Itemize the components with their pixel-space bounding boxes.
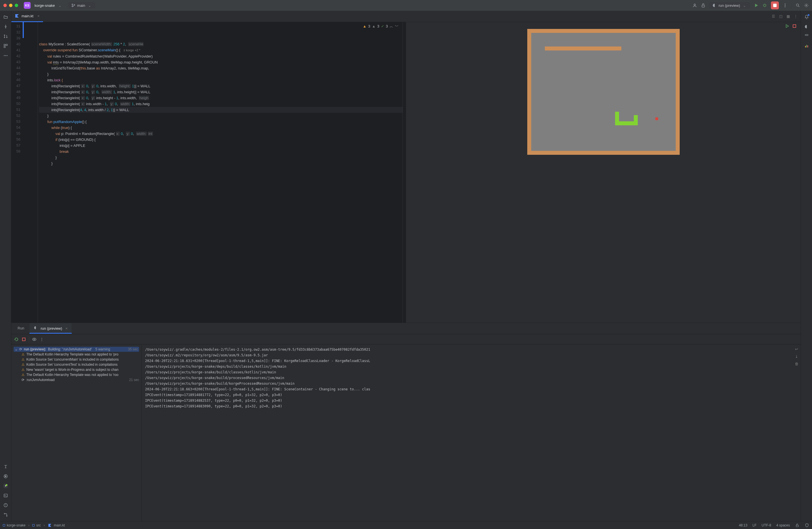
view-icon[interactable] <box>32 337 37 342</box>
right-toolbar <box>801 11 812 521</box>
tab-run-preview[interactable]: run (preview) × <box>29 323 72 334</box>
pull-request-icon[interactable] <box>3 34 8 39</box>
more-icon[interactable] <box>3 53 8 58</box>
status-bar: korge-snake › src › main.kt 48:13 LF UTF… <box>0 521 812 529</box>
soft-wrap-icon[interactable]: ↩ <box>794 347 799 351</box>
build-row[interactable]: ⚠ The Default Kotlin Hierarchy Template … <box>14 372 139 377</box>
fold-gutter <box>23 22 38 323</box>
cursor-position[interactable]: 48:13 <box>739 523 748 527</box>
svg-point-2 <box>74 4 75 6</box>
commit-icon[interactable] <box>3 24 8 29</box>
more-icon[interactable] <box>783 3 787 8</box>
zoom-window[interactable] <box>15 4 18 7</box>
editor-tabs: main.kt × ☰ ◫ ▦ ⋮ <box>11 11 801 22</box>
stop-preview-icon[interactable] <box>792 24 797 28</box>
more-icon[interactable]: ⋮ <box>793 14 798 19</box>
build-header-row[interactable]: ⌄ ⟳ run (preview): Building: ':runJvmAut… <box>14 347 139 352</box>
svg-point-8 <box>785 5 786 6</box>
console-output[interactable]: /Users/soywiz/.gradle/caches/modules-2/f… <box>142 344 792 521</box>
svg-rect-16 <box>4 44 5 46</box>
prev-icon[interactable]: ︿ <box>390 23 393 29</box>
minimize-window[interactable] <box>9 4 13 7</box>
branch-selector[interactable]: main ⌄ <box>68 2 95 9</box>
svg-point-30 <box>805 34 808 35</box>
svg-rect-18 <box>4 46 5 48</box>
list-icon[interactable]: ☰ <box>771 14 776 19</box>
run-tool-window: Run run (preview) × ⋮ ⌄ ⟳ run (preview):… <box>11 323 801 521</box>
korge-icon <box>712 3 717 8</box>
text-icon[interactable] <box>3 464 8 469</box>
search-icon[interactable] <box>796 3 800 8</box>
inspection-widget[interactable]: ▲3 ▲3 ✓3 ︿ ﹀ <box>363 23 398 29</box>
build-row[interactable]: ⟳ :runJvmAutoreload21 sec <box>14 377 139 383</box>
coverage-icon[interactable] <box>804 44 809 48</box>
build-row[interactable]: ⚠ Kotlin Source Set 'concurrentTest' is … <box>14 362 139 367</box>
svg-point-0 <box>72 4 73 5</box>
gear-icon[interactable] <box>804 3 809 8</box>
preview-icon[interactable]: ▦ <box>786 14 791 19</box>
trash-icon[interactable]: 🗑 <box>794 361 799 366</box>
folder-icon[interactable] <box>3 15 8 19</box>
structure-icon[interactable] <box>3 44 8 48</box>
close-window[interactable] <box>3 4 7 7</box>
readonly-icon[interactable] <box>795 523 799 528</box>
stop-icon[interactable] <box>21 337 26 342</box>
svg-point-10 <box>796 4 799 6</box>
problems-icon[interactable] <box>3 503 8 507</box>
terminal-icon[interactable] <box>3 493 8 498</box>
next-icon[interactable]: ﹀ <box>395 23 398 29</box>
close-icon[interactable]: × <box>38 14 40 18</box>
svg-rect-28 <box>23 338 25 341</box>
stop-button[interactable] <box>771 1 779 9</box>
line-separator[interactable]: LF <box>753 523 756 527</box>
debug-button[interactable] <box>763 3 767 8</box>
kotlin-file-icon <box>48 523 52 528</box>
tab-main-kt[interactable]: main.kt × <box>11 11 43 22</box>
titlebar: KS korge-snake ⌄ main ⌄ run (preview) ⌄ <box>0 0 812 11</box>
korge-icon[interactable] <box>804 24 809 29</box>
users-icon[interactable] <box>693 3 697 8</box>
svg-rect-17 <box>6 44 8 46</box>
project-badge[interactable]: KS <box>24 2 31 9</box>
svg-rect-23 <box>4 494 8 497</box>
preview-panel <box>406 22 801 323</box>
chevron-down-icon[interactable]: ⌄ <box>58 3 61 8</box>
build-row[interactable]: ⚠ New 'wasm' target is Work-in-Progress … <box>14 367 139 372</box>
build-row[interactable]: ⚠ The Default Kotlin Hierarchy Template … <box>14 352 139 357</box>
split-icon[interactable]: ◫ <box>779 14 783 19</box>
code-editor[interactable]: 3132394041424344454647484950515253545556… <box>11 22 406 323</box>
run-config-selector[interactable]: run (preview) ⌄ <box>709 2 750 9</box>
svg-point-5 <box>764 4 766 6</box>
svg-point-26 <box>6 516 7 516</box>
vcs-icon[interactable] <box>3 513 8 517</box>
rerun-icon[interactable] <box>14 337 19 342</box>
run-tool-icon[interactable] <box>3 484 8 488</box>
svg-point-25 <box>4 513 5 514</box>
tab-run[interactable]: Run <box>14 324 28 333</box>
svg-point-21 <box>6 55 8 56</box>
svg-rect-32 <box>806 45 807 47</box>
database-icon[interactable] <box>804 34 809 39</box>
game-canvas[interactable] <box>527 29 680 155</box>
game-wall <box>545 46 621 51</box>
chevron-down-icon: ⌄ <box>15 347 17 351</box>
build-tree[interactable]: ⌄ ⟳ run (preview): Building: ':runJvmAut… <box>11 344 142 521</box>
build-row[interactable]: ⚠ Kotlin Source Set 'concurrentMain' is … <box>14 357 139 362</box>
encoding[interactable]: UTF-8 <box>762 523 771 527</box>
shield-icon[interactable] <box>804 523 809 528</box>
indent[interactable]: 4 spaces <box>776 523 790 527</box>
minimap[interactable] <box>403 22 406 323</box>
scroll-end-icon[interactable]: ⤓ <box>794 354 799 359</box>
project-name[interactable]: korge-snake <box>34 3 55 8</box>
close-icon[interactable]: × <box>66 326 68 331</box>
lock-icon[interactable] <box>701 3 706 8</box>
svg-point-12 <box>5 26 6 27</box>
more-icon[interactable]: ⋮ <box>39 337 44 342</box>
run-button[interactable] <box>754 3 758 8</box>
breadcrumb[interactable]: korge-snake › src › main.kt <box>3 523 65 528</box>
run-preview-icon[interactable] <box>785 24 789 28</box>
code-area[interactable]: ▲3 ▲3 ✓3 ︿ ﹀ class MyScene : ScaledScene… <box>38 22 403 323</box>
build-icon[interactable] <box>3 474 8 478</box>
notifications-icon[interactable] <box>804 15 809 19</box>
branch-name: main <box>77 3 85 8</box>
